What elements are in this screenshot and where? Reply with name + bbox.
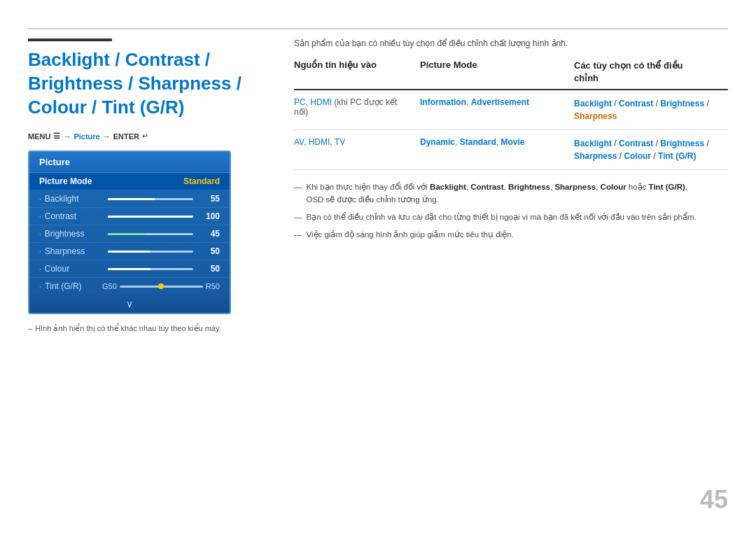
note-item-3: — Việc giảm độ sáng hình ảnh giúp giảm m… — [294, 229, 728, 241]
slider-fill-brightness — [108, 233, 146, 235]
mode-text-1b: Advertisement — [471, 97, 529, 107]
col-header-mode: Picture Mode — [420, 59, 574, 85]
opt-colour-2: Colour — [624, 151, 651, 161]
cell-options-2: Backlight / Contrast / Brightness /Sharp… — [574, 137, 728, 162]
source-text-1: PC, HDMI — [294, 97, 332, 107]
mode-text-2b: Standard — [460, 137, 496, 147]
opt-contrast-1: Contrast — [619, 99, 653, 108]
page-number: 45 — [700, 485, 728, 514]
opt-sharpness-2: Sharpness — [574, 151, 617, 161]
note-bold-colour: Colour — [601, 183, 626, 191]
note-item-2: — Bạn có thể điều chỉnh và lưu cài đặt c… — [294, 211, 728, 223]
opt-backlight-2: Backlight — [574, 139, 612, 148]
menu-label: MENU — [28, 132, 50, 141]
cell-mode-1: Information, Advertisement — [420, 97, 574, 107]
opt-brightness-2: Brightness — [660, 139, 704, 148]
slider-fill-contrast — [108, 216, 193, 218]
opt-brightness-1: Brightness — [660, 99, 704, 108]
osd-value-sharpness: 50 — [199, 246, 220, 256]
tint-r-label: R50 — [206, 282, 220, 290]
cell-options-1: Backlight / Contrast / Brightness /Sharp… — [574, 97, 728, 122]
osd-label-sharpness: ·Sharpness — [39, 246, 102, 256]
picture-link: Picture — [74, 132, 99, 141]
left-panel-footnote: Hình ảnh hiển thị có thể khác nhau tùy t… — [28, 324, 280, 333]
dot-icon: · — [39, 213, 41, 220]
dash-icon-1: — — [294, 181, 302, 193]
osd-label-contrast: ·Contrast — [39, 211, 102, 221]
osd-header: Picture — [29, 152, 230, 173]
opt-backlight-1: Backlight — [574, 99, 612, 108]
menu-icon: ☰ — [53, 132, 60, 141]
table-row: PC, HDMI (khi PC được kết nối) Informati… — [294, 90, 728, 130]
note-text-2: Bạn có thể điều chỉnh và lưu cài đặt cho… — [307, 211, 696, 223]
note-bold-backlight: Backlight — [430, 183, 466, 191]
slider-sharpness — [108, 251, 193, 253]
slider-backlight — [108, 198, 193, 200]
table-header: Nguồn tín hiệu vào Picture Mode Các tùy … — [294, 59, 728, 90]
note-text-1: Khi bạn thực hiện thay đổi đối với Backl… — [307, 181, 687, 206]
arrow-icon-2: → — [103, 132, 111, 141]
intro-text: Sản phẩm của bạn có nhiều tùy chọn để đi… — [294, 38, 728, 48]
top-divider — [28, 28, 728, 29]
title-accent-bar — [28, 38, 112, 41]
notes-section: — Khi bạn thực hiện thay đổi đối với Bac… — [294, 181, 728, 241]
mode-sep-2a: , — [455, 137, 460, 147]
osd-picture-box: Picture Picture Mode Standard ·Backlight… — [28, 150, 231, 314]
enter-label: ENTER — [113, 132, 139, 141]
osd-row-tint[interactable]: ·Tint (G/R) G50 R50 — [29, 278, 230, 295]
osd-row-colour[interactable]: ·Colour 50 — [29, 260, 230, 278]
cell-mode-2: Dynamic, Standard, Movie — [420, 137, 574, 147]
col-header-source: Nguồn tín hiệu vào — [294, 59, 420, 85]
osd-row-brightness[interactable]: ·Brightness 45 — [29, 225, 230, 243]
slider-fill-backlight — [108, 198, 155, 200]
tint-track — [120, 286, 203, 288]
slider-contrast — [108, 216, 193, 218]
slider-track-colour — [108, 268, 193, 270]
table-row: AV, HDMI, TV Dynamic, Standard, Movie Ba… — [294, 130, 728, 170]
dash-icon-3: — — [294, 229, 302, 241]
enter-icon: ↵ — [142, 132, 148, 141]
footnote-text: Hình ảnh hiển thị có thể khác nhau tùy t… — [35, 324, 221, 333]
source-text-2: AV, HDMI, TV — [294, 137, 345, 147]
osd-label-brightness: ·Brightness — [39, 229, 102, 239]
osd-label-colour: ·Colour — [39, 264, 102, 274]
mode-text-2c: Movie — [500, 137, 524, 147]
osd-label-picture-mode: Picture Mode — [39, 176, 102, 186]
osd-label-tint: ·Tint (G/R) — [39, 281, 102, 291]
dot-icon: · — [39, 281, 41, 291]
slider-track-sharpness — [108, 251, 193, 253]
slider-track-brightness — [108, 233, 193, 235]
osd-chevron: ∨ — [29, 295, 230, 313]
osd-value-colour: 50 — [199, 264, 220, 274]
note-text-3: Việc giảm độ sáng hình ảnh giúp giảm mức… — [307, 229, 514, 241]
dot-icon: · — [39, 195, 41, 203]
right-panel: Sản phẩm của bạn có nhiều tùy chọn để đi… — [294, 38, 728, 246]
opt-contrast-2: Contrast — [619, 139, 653, 148]
tint-slider — [120, 286, 203, 288]
settings-table: Nguồn tín hiệu vào Picture Mode Các tùy … — [294, 59, 728, 170]
opt-tint-2: Tint (G/R) — [658, 151, 696, 161]
dot-icon: · — [39, 248, 41, 255]
note-bold-sharpness: Sharpness — [554, 183, 596, 191]
slider-track-contrast — [108, 216, 193, 218]
dot-icon: · — [39, 230, 41, 238]
note-bold-tint: Tint (G/R) — [649, 183, 685, 191]
osd-value-picture-mode: Standard — [183, 176, 220, 186]
osd-row-picture-mode[interactable]: Picture Mode Standard — [29, 173, 230, 190]
col-header-options: Các tùy chọn có thể điềuchỉnh — [574, 59, 728, 85]
note-bold-contrast: Contrast — [470, 183, 503, 191]
mode-text-1a: Information — [420, 97, 466, 107]
slider-brightness — [108, 233, 193, 235]
osd-row-sharpness[interactable]: ·Sharpness 50 — [29, 243, 230, 260]
cell-source-2: AV, HDMI, TV — [294, 137, 420, 147]
main-title: Backlight / Contrast / Brightness / Shar… — [28, 48, 280, 119]
osd-row-contrast[interactable]: ·Contrast 100 — [29, 208, 230, 225]
osd-value-contrast: 100 — [199, 211, 220, 221]
osd-value-backlight: 55 — [199, 194, 220, 204]
dot-icon: · — [39, 265, 41, 273]
mode-sep-1: , — [466, 97, 471, 107]
osd-row-backlight[interactable]: ·Backlight 55 — [29, 190, 230, 208]
slider-track-backlight — [108, 198, 193, 200]
note-bold-brightness: Brightness — [508, 183, 550, 191]
tint-g-label: G50 — [102, 282, 117, 290]
